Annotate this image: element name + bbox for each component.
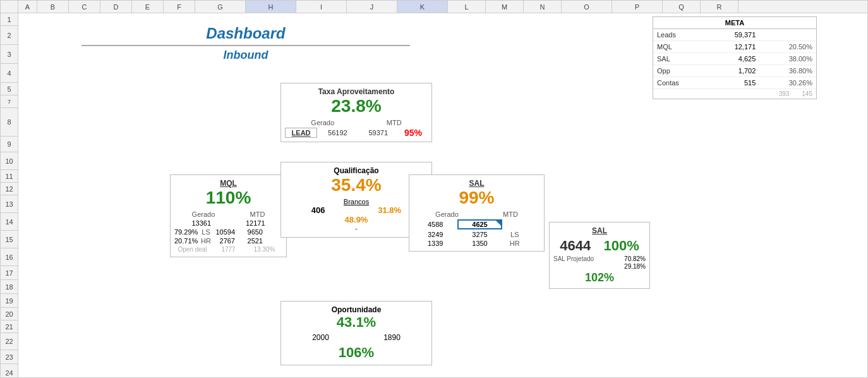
row-8: 8 — [1, 108, 18, 137]
meta-row: Contas 515 30.26% — [653, 77, 816, 89]
taxa-aproveitamento-box: Taxa Aproveitamento 23.8% Gerado MTD LEA… — [280, 83, 432, 142]
col-f: F — [164, 1, 195, 13]
qualif-val48: 48.9% — [285, 215, 428, 224]
mql-hr-pct: 20.71% — [174, 237, 200, 245]
column-headers: A B C D E F G H I J K L M N O P Q R — [1, 1, 867, 13]
taxa-pct-val: 95% — [399, 128, 428, 138]
mql-ls-pct: 79.29% — [174, 228, 200, 236]
mql-ls-val1: 10594 — [212, 228, 238, 236]
col-p: P — [612, 1, 663, 13]
dashboard-title-section: Dashboard Inbound — [69, 25, 423, 62]
meta-row: MQL 12,171 20.50% — [653, 41, 816, 53]
col-n: N — [524, 1, 562, 13]
meta-row-label: Opp — [653, 65, 707, 77]
sal-ls-val1: 3249 — [413, 231, 457, 238]
qualif-brancos-row: 406 31.8% — [285, 205, 428, 215]
sal-right-sub-row: SAL Projetado 70.82% — [553, 255, 646, 262]
meta-row-label: Contas — [653, 77, 707, 89]
sal-ls-label: LS — [502, 231, 527, 238]
opp-values: 2000 1890 — [285, 333, 428, 342]
mql-percent: 110% — [174, 188, 282, 208]
mql-box: MQL 110% Gerado MTD 13361 12171 79.29% L… — [170, 174, 287, 257]
rows-area: 1 2 3 4 5 7 8 9 10 11 12 13 14 15 16 17 … — [1, 13, 867, 377]
sal-hr-val2: 1350 — [457, 240, 502, 247]
row-20: 20 — [1, 308, 18, 320]
row-9: 9 — [1, 137, 18, 152]
qualif-brancos-val: 406 — [311, 205, 325, 215]
sal-label-gerado: Gerado — [435, 210, 459, 218]
meta-extra2: 145 — [802, 90, 812, 97]
mql-hr-val2: 2521 — [238, 237, 263, 245]
meta-table: META Leads 59,371 MQL 12,171 20.50% SAL … — [653, 16, 817, 99]
mql-hr-val1: 2767 — [212, 237, 238, 245]
col-i: I — [296, 1, 347, 13]
row-24: 24 — [1, 364, 18, 377]
row-16: 16 — [1, 248, 18, 266]
col-k: K — [397, 1, 448, 13]
row-11: 11 — [1, 170, 18, 183]
meta-row-pct: 36.80% — [759, 65, 816, 77]
taxa-mtd-val: 59371 — [358, 129, 399, 137]
sal-right-proj-label: SAL Projetado — [553, 255, 594, 262]
sal-hr-label: HR — [502, 240, 527, 247]
col-o: O — [562, 1, 612, 13]
meta-row: Leads 59,371 — [653, 29, 816, 41]
qualif-brancos-label: Brancos — [285, 198, 428, 205]
col-q: Q — [663, 1, 701, 13]
col-g: G — [195, 1, 246, 13]
sal-ls-row: 3249 3275 LS — [413, 231, 540, 238]
col-e: E — [132, 1, 164, 13]
sal-right-102: 102% — [553, 271, 646, 284]
mql-ls-val2: 9650 — [238, 228, 263, 236]
dashboard-title: Dashboard — [69, 25, 423, 42]
row-19: 19 — [1, 294, 18, 308]
meta-row: SAL 4,625 38.00% — [653, 53, 816, 65]
meta-row-pct: 20.50% — [759, 41, 816, 53]
taxa-values: LEAD 56192 59371 95% — [285, 128, 428, 138]
mql-open-label: Open deal — [174, 246, 210, 253]
qualif-title: Qualificação — [285, 166, 428, 175]
opp-val1: 2000 — [312, 333, 329, 342]
col-d: D — [100, 1, 132, 13]
meta-extra: 393 145 — [653, 89, 816, 99]
sal-box: SAL 99% Gerado MTD 4588 4625 3249 3275 — [409, 174, 545, 252]
meta-row-num: 12,171 — [707, 41, 759, 53]
mql-open-val: 1777 — [210, 246, 246, 253]
taxa-title: Taxa Aproveitamento — [285, 87, 428, 96]
row-4: 4 — [1, 64, 18, 83]
corner-cell — [1, 1, 18, 13]
sal-right-proj-pct1: 70.82% — [624, 255, 646, 262]
row-3: 3 — [1, 45, 18, 64]
taxa-gerado-val: 56192 — [317, 129, 358, 137]
mql-title: MQL — [174, 179, 282, 188]
title-divider — [81, 45, 410, 46]
row-21: 21 — [1, 320, 18, 333]
sal-right-proj-pct2: 29.18% — [624, 263, 646, 270]
oportunidade-box: Oportunidade 43.1% 2000 1890 106% — [280, 301, 432, 365]
sal-labels: Gerado MTD — [413, 210, 540, 218]
taxa-percent: 23.8% — [285, 96, 428, 116]
sal-right-main-row: 4644 100% — [553, 238, 646, 254]
qualif-dash: - — [285, 224, 428, 233]
sal-percent: 99% — [413, 188, 540, 208]
mql-ls-label: LS — [200, 228, 212, 236]
mql-mtd-val: 12171 — [229, 219, 283, 227]
meta-tbody: Leads 59,371 MQL 12,171 20.50% SAL 4,625… — [653, 29, 816, 89]
col-c: C — [69, 1, 100, 13]
row-5: 5 — [1, 83, 18, 95]
row-6-7: 7 — [1, 95, 18, 108]
meta-row-label: Leads — [653, 29, 707, 41]
sal-hr-row: 1339 1350 HR — [413, 240, 540, 247]
meta-data-table: META Leads 59,371 MQL 12,171 20.50% SAL … — [653, 17, 816, 89]
cells-area: Dashboard Inbound Taxa Aproveitamento 23… — [18, 13, 867, 377]
mql-hr-row: 20.71% HR 2767 2521 — [174, 237, 282, 245]
sal-hr-val1: 1339 — [413, 240, 457, 247]
mql-open-row: Open deal 1777 13.30% — [174, 246, 282, 253]
mql-gerado-val: 13361 — [174, 219, 229, 227]
mql-hr-label: HR — [200, 237, 212, 245]
col-b: B — [37, 1, 69, 13]
col-l: L — [448, 1, 486, 13]
opp-bottom-pct: 106% — [285, 344, 428, 361]
sal-right-title: SAL — [553, 226, 646, 235]
sal-right-box: SAL 4644 100% SAL Projetado 70.82% 29.18… — [549, 222, 650, 289]
